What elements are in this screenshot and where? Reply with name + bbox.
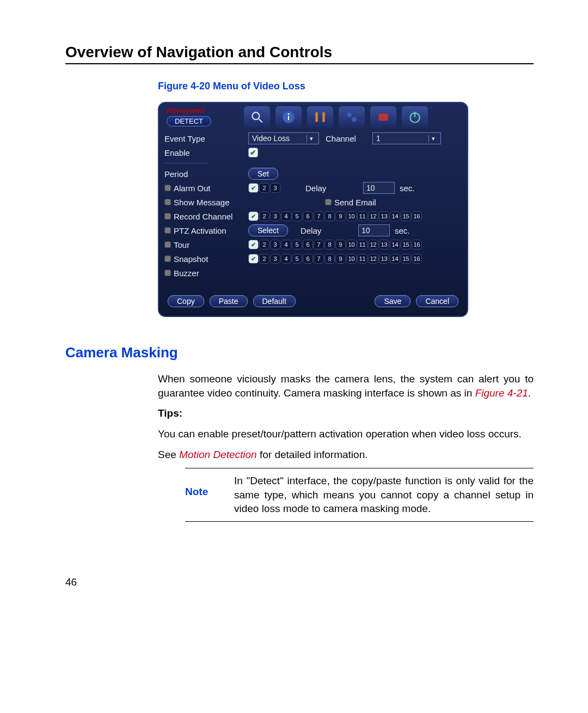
default-button[interactable]: Default [253, 295, 296, 307]
channel-chip[interactable]: 2 [259, 254, 270, 264]
channel-chip[interactable]: 12 [368, 211, 378, 221]
category-tab[interactable]: DETECT [167, 116, 211, 126]
search-icon[interactable] [244, 106, 270, 128]
backup-icon[interactable] [370, 106, 396, 128]
channel-chip[interactable]: 4 [281, 254, 291, 264]
settings-icon[interactable] [307, 106, 333, 128]
channel-chip[interactable]: 3 [270, 240, 280, 249]
channel-chip[interactable]: 5 [292, 254, 302, 264]
channel-chip[interactable]: 4 [281, 240, 291, 249]
channel-chip[interactable]: 11 [357, 240, 367, 249]
channel-chip[interactable]: 3 [270, 183, 280, 193]
period-set-button[interactable]: Set [248, 168, 278, 180]
channel-chip[interactable]: 16 [412, 254, 422, 264]
channel-chip[interactable]: 10 [346, 254, 357, 264]
channel-chip[interactable]: 10 [346, 240, 357, 249]
channel-chip[interactable]: 13 [379, 211, 389, 221]
channel-chip[interactable]: 16 [412, 240, 422, 249]
channel-chip[interactable]: 12 [368, 254, 378, 264]
channel-chip[interactable]: 7 [314, 211, 324, 221]
record-channel-chips[interactable]: ✔2345678910111213141516 [248, 211, 422, 221]
alarm-delay-label: Delay [305, 184, 360, 193]
channel-chip[interactable]: 14 [390, 211, 400, 221]
event-type-value: Video Loss [252, 134, 290, 143]
ptz-delay-input[interactable]: 10 [358, 224, 390, 236]
channel-chip[interactable]: 15 [401, 254, 411, 264]
channel-chip[interactable]: 12 [368, 240, 378, 249]
channel-chip[interactable]: 2 [259, 211, 270, 221]
channel-chip[interactable]: 15 [401, 240, 411, 249]
svg-point-0 [252, 112, 259, 119]
dvr-panel: Honeywell DETECT Event Type Video Loss ▾ [158, 102, 468, 317]
enable-label: Enable [164, 148, 245, 157]
channel-chip[interactable]: 16 [412, 211, 422, 221]
save-button[interactable]: Save [375, 295, 411, 307]
shutdown-icon[interactable] [402, 106, 428, 128]
channel-chip[interactable]: 11 [357, 211, 367, 221]
channel-chip[interactable]: 9 [335, 211, 346, 221]
channel-chip[interactable]: 15 [401, 211, 411, 221]
channel-chip[interactable]: 9 [335, 240, 346, 249]
ptz-select-button[interactable]: Select [248, 224, 288, 236]
channel-chip[interactable]: 8 [324, 240, 335, 249]
channel-dropdown[interactable]: 1 ▾ [372, 132, 441, 144]
event-type-dropdown[interactable]: Video Loss ▾ [248, 132, 319, 144]
channel-chip[interactable]: 8 [324, 211, 335, 221]
channel-chip[interactable]: 9 [335, 254, 346, 264]
buzzer-label[interactable]: Buzzer [164, 269, 245, 278]
channel-chip[interactable]: 7 [314, 240, 324, 249]
channel-chip[interactable]: 8 [324, 254, 335, 264]
snapshot-label[interactable]: Snapshot [164, 254, 245, 264]
tour-chips[interactable]: ✔2345678910111213141516 [248, 240, 422, 249]
show-message-label[interactable]: Show Message [164, 198, 245, 207]
cancel-button[interactable]: Cancel [416, 295, 458, 307]
see-line: See Motion Detection for detailed inform… [158, 448, 534, 462]
alarm-out-label: Alarm Out [164, 184, 245, 193]
motion-detection-link[interactable]: Motion Detection [179, 449, 257, 460]
record-channel-label[interactable]: Record Channel [164, 212, 245, 221]
figure-reference: Figure 4-21 [475, 387, 528, 399]
advanced-icon[interactable] [339, 106, 365, 128]
channel-chip[interactable]: 3 [270, 211, 280, 221]
channel-chip[interactable]: 6 [303, 240, 313, 249]
info-icon[interactable] [275, 106, 302, 128]
channel-chip[interactable]: 14 [390, 240, 400, 249]
channel-chip[interactable]: 11 [357, 254, 367, 264]
note-text: In "Detect" interface, the copy/paste fu… [234, 474, 534, 516]
channel-chip[interactable]: 4 [281, 211, 291, 221]
alarm-delay-input[interactable]: 10 [363, 182, 395, 194]
sec-label: sec. [400, 184, 415, 193]
channel-chip[interactable]: 6 [303, 254, 313, 264]
send-email-label[interactable]: Send Email [325, 198, 376, 207]
channel-chip[interactable]: ✔ [248, 211, 259, 221]
tips-heading: Tips: [158, 406, 534, 421]
channel-chip[interactable]: 5 [292, 240, 302, 249]
channel-chip[interactable]: ✔ [248, 254, 259, 264]
period-label: Period [164, 169, 245, 179]
channel-chip[interactable]: 2 [259, 240, 270, 249]
svg-point-6 [352, 117, 357, 122]
note-label: Note [185, 474, 218, 516]
channel-chip[interactable]: 10 [346, 211, 357, 221]
enable-checkbox[interactable]: ✔ [248, 148, 258, 157]
channel-chip[interactable]: 13 [379, 254, 389, 264]
ptz-activation-label[interactable]: PTZ Activation [164, 226, 245, 235]
channel-chip[interactable]: ✔ [248, 183, 259, 193]
alarm-out-chips[interactable]: ✔23 [248, 183, 280, 193]
copy-button[interactable]: Copy [168, 295, 204, 307]
paste-button[interactable]: Paste [210, 295, 248, 307]
snapshot-chips[interactable]: ✔2345678910111213141516 [248, 254, 422, 264]
page-title: Overview of Navigation and Controls [65, 44, 534, 61]
channel-chip[interactable]: 6 [303, 211, 313, 221]
channel-chip[interactable]: ✔ [248, 240, 259, 249]
tour-label[interactable]: Tour [164, 240, 245, 249]
channel-chip[interactable]: 2 [259, 183, 270, 193]
chevron-down-icon: ▾ [307, 135, 315, 142]
tips-text: You can enable preset/tour/pattern activ… [158, 427, 534, 441]
channel-chip[interactable]: 14 [390, 254, 400, 264]
channel-chip[interactable]: 5 [292, 211, 302, 221]
channel-chip[interactable]: 7 [314, 254, 324, 264]
channel-chip[interactable]: 13 [379, 240, 389, 249]
channel-chip[interactable]: 3 [270, 254, 280, 264]
section-para-1: When someone viciously masks the camera … [158, 372, 534, 400]
